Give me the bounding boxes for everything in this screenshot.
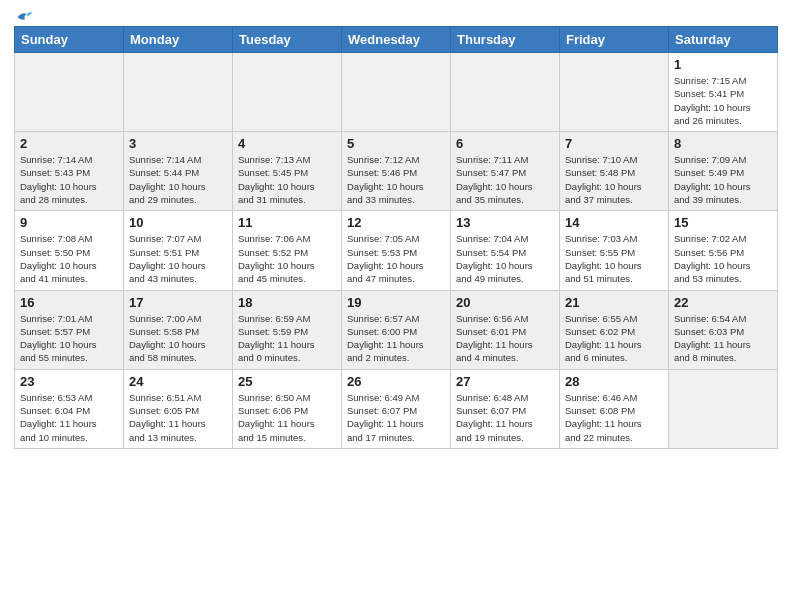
weekday-header-monday: Monday — [124, 27, 233, 53]
day-cell: 23Sunrise: 6:53 AM Sunset: 6:04 PM Dayli… — [15, 369, 124, 448]
day-number: 13 — [456, 215, 554, 230]
day-info: Sunrise: 7:08 AM Sunset: 5:50 PM Dayligh… — [20, 232, 118, 285]
day-cell: 25Sunrise: 6:50 AM Sunset: 6:06 PM Dayli… — [233, 369, 342, 448]
day-info: Sunrise: 7:09 AM Sunset: 5:49 PM Dayligh… — [674, 153, 772, 206]
weekday-header-saturday: Saturday — [669, 27, 778, 53]
day-cell: 11Sunrise: 7:06 AM Sunset: 5:52 PM Dayli… — [233, 211, 342, 290]
day-cell: 6Sunrise: 7:11 AM Sunset: 5:47 PM Daylig… — [451, 132, 560, 211]
day-info: Sunrise: 6:48 AM Sunset: 6:07 PM Dayligh… — [456, 391, 554, 444]
day-cell — [124, 53, 233, 132]
day-cell — [669, 369, 778, 448]
day-info: Sunrise: 6:54 AM Sunset: 6:03 PM Dayligh… — [674, 312, 772, 365]
day-cell: 5Sunrise: 7:12 AM Sunset: 5:46 PM Daylig… — [342, 132, 451, 211]
day-number: 18 — [238, 295, 336, 310]
day-cell: 14Sunrise: 7:03 AM Sunset: 5:55 PM Dayli… — [560, 211, 669, 290]
day-number: 1 — [674, 57, 772, 72]
day-number: 2 — [20, 136, 118, 151]
day-info: Sunrise: 7:15 AM Sunset: 5:41 PM Dayligh… — [674, 74, 772, 127]
day-number: 5 — [347, 136, 445, 151]
day-info: Sunrise: 7:00 AM Sunset: 5:58 PM Dayligh… — [129, 312, 227, 365]
day-number: 20 — [456, 295, 554, 310]
day-info: Sunrise: 7:12 AM Sunset: 5:46 PM Dayligh… — [347, 153, 445, 206]
day-cell: 17Sunrise: 7:00 AM Sunset: 5:58 PM Dayli… — [124, 290, 233, 369]
day-number: 11 — [238, 215, 336, 230]
day-number: 21 — [565, 295, 663, 310]
day-number: 10 — [129, 215, 227, 230]
day-cell: 8Sunrise: 7:09 AM Sunset: 5:49 PM Daylig… — [669, 132, 778, 211]
day-info: Sunrise: 7:13 AM Sunset: 5:45 PM Dayligh… — [238, 153, 336, 206]
day-cell: 20Sunrise: 6:56 AM Sunset: 6:01 PM Dayli… — [451, 290, 560, 369]
day-number: 28 — [565, 374, 663, 389]
day-info: Sunrise: 6:46 AM Sunset: 6:08 PM Dayligh… — [565, 391, 663, 444]
day-number: 19 — [347, 295, 445, 310]
day-number: 27 — [456, 374, 554, 389]
day-info: Sunrise: 7:10 AM Sunset: 5:48 PM Dayligh… — [565, 153, 663, 206]
day-info: Sunrise: 7:06 AM Sunset: 5:52 PM Dayligh… — [238, 232, 336, 285]
weekday-header-thursday: Thursday — [451, 27, 560, 53]
day-info: Sunrise: 6:50 AM Sunset: 6:06 PM Dayligh… — [238, 391, 336, 444]
day-cell: 3Sunrise: 7:14 AM Sunset: 5:44 PM Daylig… — [124, 132, 233, 211]
day-number: 14 — [565, 215, 663, 230]
day-info: Sunrise: 6:56 AM Sunset: 6:01 PM Dayligh… — [456, 312, 554, 365]
weekday-header-sunday: Sunday — [15, 27, 124, 53]
week-row-4: 23Sunrise: 6:53 AM Sunset: 6:04 PM Dayli… — [15, 369, 778, 448]
day-cell: 19Sunrise: 6:57 AM Sunset: 6:00 PM Dayli… — [342, 290, 451, 369]
day-cell: 4Sunrise: 7:13 AM Sunset: 5:45 PM Daylig… — [233, 132, 342, 211]
day-number: 16 — [20, 295, 118, 310]
day-info: Sunrise: 7:05 AM Sunset: 5:53 PM Dayligh… — [347, 232, 445, 285]
weekday-header-wednesday: Wednesday — [342, 27, 451, 53]
week-row-0: 1Sunrise: 7:15 AM Sunset: 5:41 PM Daylig… — [15, 53, 778, 132]
logo — [14, 10, 34, 20]
day-info: Sunrise: 7:14 AM Sunset: 5:44 PM Dayligh… — [129, 153, 227, 206]
day-info: Sunrise: 6:49 AM Sunset: 6:07 PM Dayligh… — [347, 391, 445, 444]
logo-bird-icon — [16, 10, 34, 24]
weekday-header-tuesday: Tuesday — [233, 27, 342, 53]
day-cell — [15, 53, 124, 132]
day-cell: 27Sunrise: 6:48 AM Sunset: 6:07 PM Dayli… — [451, 369, 560, 448]
day-number: 8 — [674, 136, 772, 151]
day-cell: 15Sunrise: 7:02 AM Sunset: 5:56 PM Dayli… — [669, 211, 778, 290]
day-info: Sunrise: 6:57 AM Sunset: 6:00 PM Dayligh… — [347, 312, 445, 365]
day-cell: 13Sunrise: 7:04 AM Sunset: 5:54 PM Dayli… — [451, 211, 560, 290]
day-cell: 24Sunrise: 6:51 AM Sunset: 6:05 PM Dayli… — [124, 369, 233, 448]
weekday-header-row: SundayMondayTuesdayWednesdayThursdayFrid… — [15, 27, 778, 53]
day-info: Sunrise: 6:55 AM Sunset: 6:02 PM Dayligh… — [565, 312, 663, 365]
day-number: 25 — [238, 374, 336, 389]
day-cell — [560, 53, 669, 132]
weekday-header-friday: Friday — [560, 27, 669, 53]
header — [14, 10, 778, 20]
day-cell: 26Sunrise: 6:49 AM Sunset: 6:07 PM Dayli… — [342, 369, 451, 448]
day-cell: 21Sunrise: 6:55 AM Sunset: 6:02 PM Dayli… — [560, 290, 669, 369]
day-number: 6 — [456, 136, 554, 151]
week-row-2: 9Sunrise: 7:08 AM Sunset: 5:50 PM Daylig… — [15, 211, 778, 290]
day-cell: 7Sunrise: 7:10 AM Sunset: 5:48 PM Daylig… — [560, 132, 669, 211]
day-number: 15 — [674, 215, 772, 230]
day-cell: 10Sunrise: 7:07 AM Sunset: 5:51 PM Dayli… — [124, 211, 233, 290]
day-cell — [342, 53, 451, 132]
day-info: Sunrise: 7:03 AM Sunset: 5:55 PM Dayligh… — [565, 232, 663, 285]
day-info: Sunrise: 6:53 AM Sunset: 6:04 PM Dayligh… — [20, 391, 118, 444]
day-number: 12 — [347, 215, 445, 230]
day-info: Sunrise: 7:01 AM Sunset: 5:57 PM Dayligh… — [20, 312, 118, 365]
day-number: 22 — [674, 295, 772, 310]
page: SundayMondayTuesdayWednesdayThursdayFrid… — [0, 0, 792, 463]
day-cell: 1Sunrise: 7:15 AM Sunset: 5:41 PM Daylig… — [669, 53, 778, 132]
day-cell: 2Sunrise: 7:14 AM Sunset: 5:43 PM Daylig… — [15, 132, 124, 211]
day-info: Sunrise: 7:11 AM Sunset: 5:47 PM Dayligh… — [456, 153, 554, 206]
day-cell: 18Sunrise: 6:59 AM Sunset: 5:59 PM Dayli… — [233, 290, 342, 369]
week-row-1: 2Sunrise: 7:14 AM Sunset: 5:43 PM Daylig… — [15, 132, 778, 211]
day-info: Sunrise: 7:14 AM Sunset: 5:43 PM Dayligh… — [20, 153, 118, 206]
day-cell — [451, 53, 560, 132]
day-info: Sunrise: 7:07 AM Sunset: 5:51 PM Dayligh… — [129, 232, 227, 285]
day-number: 24 — [129, 374, 227, 389]
day-number: 4 — [238, 136, 336, 151]
week-row-3: 16Sunrise: 7:01 AM Sunset: 5:57 PM Dayli… — [15, 290, 778, 369]
day-cell: 12Sunrise: 7:05 AM Sunset: 5:53 PM Dayli… — [342, 211, 451, 290]
day-number: 9 — [20, 215, 118, 230]
day-info: Sunrise: 6:59 AM Sunset: 5:59 PM Dayligh… — [238, 312, 336, 365]
day-info: Sunrise: 7:02 AM Sunset: 5:56 PM Dayligh… — [674, 232, 772, 285]
day-number: 26 — [347, 374, 445, 389]
day-number: 7 — [565, 136, 663, 151]
day-cell — [233, 53, 342, 132]
calendar-table: SundayMondayTuesdayWednesdayThursdayFrid… — [14, 26, 778, 449]
